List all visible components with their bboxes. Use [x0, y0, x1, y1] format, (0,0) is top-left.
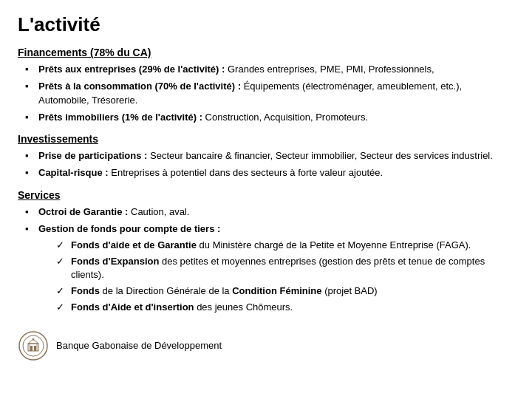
- svg-rect-4: [34, 346, 36, 351]
- bold-label: Octroi de Garantie :: [38, 206, 128, 217]
- bold-label: Fonds d'aide et de Garantie: [71, 239, 197, 250]
- check-item: ✓ Fonds d'aide et de Garantie du Ministè…: [56, 239, 514, 253]
- footer-logo: [18, 330, 49, 361]
- bold-label: Fonds d'Aide et d'insertion: [71, 301, 194, 313]
- list-item: ▪ Capital-risque : Entreprises à potenti…: [25, 166, 514, 180]
- section-title-services: Services: [18, 189, 514, 201]
- footer-text: Banque Gabonaise de Développement: [56, 340, 222, 351]
- list-item: ▪ Prise de participations : Secteur banc…: [25, 149, 514, 163]
- section-title-financements: Financements (78% du CA): [18, 47, 514, 58]
- item-text: Prêts à la consommation (70% de l'activi…: [38, 80, 514, 108]
- list-item: ▪ Octroi de Garantie : Caution, aval.: [25, 205, 514, 219]
- item-text: Prêts immobiliers (1% de l'activité) : C…: [38, 111, 514, 125]
- list-item: ▪ Prêts aux entreprises (29% de l'activi…: [25, 63, 514, 77]
- check-icon: ✓: [56, 255, 68, 269]
- fonds-list: ✓ Fonds d'aide et de Garantie du Ministè…: [38, 239, 514, 315]
- bullet-icon: ▪: [25, 166, 35, 180]
- section-financements: Financements (78% du CA) ▪ Prêts aux ent…: [18, 47, 514, 124]
- bullet-icon: ▪: [25, 111, 35, 125]
- item-text: Prise de participations : Secteur bancai…: [38, 149, 514, 163]
- bold-label: Fonds d'Expansion: [71, 256, 159, 267]
- bold-label: Prêts à la consommation (70% de l'activi…: [38, 81, 241, 92]
- item-text: Octroi de Garantie : Caution, aval.: [38, 205, 514, 219]
- check-icon: ✓: [56, 301, 68, 315]
- svg-point-0: [19, 332, 47, 360]
- investissements-list: ▪ Prise de participations : Secteur banc…: [18, 149, 514, 180]
- item-text: Prêts aux entreprises (29% de l'activité…: [38, 63, 514, 77]
- bullet-icon: ▪: [25, 222, 35, 236]
- item-text: Capital-risque : Entreprises à potentiel…: [38, 166, 514, 180]
- check-item: ✓ Fonds d'Expansion des petites et moyen…: [56, 255, 514, 283]
- list-item: ▪ Prêts à la consommation (70% de l'acti…: [25, 80, 514, 108]
- services-list: ▪ Octroi de Garantie : Caution, aval. ▪ …: [18, 205, 514, 317]
- bold-label: Prêts aux entreprises (29% de l'activité…: [38, 64, 225, 75]
- section-investissements: Investissements ▪ Prise de participation…: [18, 133, 514, 180]
- bullet-icon: ▪: [25, 63, 35, 77]
- bold-label: Condition Féminine: [232, 285, 321, 296]
- svg-rect-3: [30, 346, 33, 351]
- bold-label: Prêts immobiliers (1% de l'activité) :: [38, 112, 202, 123]
- check-text: Fonds d'Aide et d'insertion des jeunes C…: [71, 301, 514, 315]
- page-title: L'activité: [18, 13, 514, 36]
- bold-label: Gestion de fonds pour compte de tiers :: [38, 223, 220, 234]
- financements-list: ▪ Prêts aux entreprises (29% de l'activi…: [18, 63, 514, 124]
- bold-label: Capital-risque :: [38, 167, 109, 178]
- list-item: ▪ Gestion de fonds pour compte de tiers …: [25, 222, 514, 317]
- bullet-icon: ▪: [25, 205, 35, 219]
- bold-label: Prise de participations :: [38, 150, 147, 161]
- check-item: ✓ Fonds de la Direction Générale de la C…: [56, 284, 514, 299]
- list-item: ▪ Prêts immobiliers (1% de l'activité) :…: [25, 111, 514, 125]
- check-text: Fonds d'Expansion des petites et moyenne…: [71, 255, 514, 283]
- bullet-icon: ▪: [25, 149, 35, 163]
- check-text: Fonds de la Direction Générale de la Con…: [71, 284, 514, 299]
- check-icon: ✓: [56, 239, 68, 253]
- item-text: Gestion de fonds pour compte de tiers : …: [38, 222, 514, 317]
- footer: Banque Gabonaise de Développement: [18, 330, 514, 361]
- check-icon: ✓: [56, 284, 68, 299]
- bold-label: Fonds: [71, 285, 100, 296]
- check-text: Fonds d'aide et de Garantie du Ministère…: [71, 239, 514, 253]
- check-item: ✓ Fonds d'Aide et d'insertion des jeunes…: [56, 301, 514, 315]
- bullet-icon: ▪: [25, 80, 35, 94]
- section-services: Services ▪ Octroi de Garantie : Caution,…: [18, 189, 514, 317]
- section-title-investissements: Investissements: [18, 133, 514, 145]
